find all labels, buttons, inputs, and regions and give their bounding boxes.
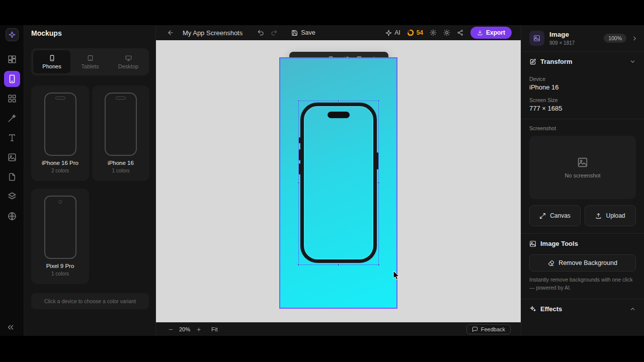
device-card-iphone-16[interactable]: iPhone 16 1 colors xyxy=(92,85,149,181)
save-label: Save xyxy=(301,29,315,36)
sparkle-icon xyxy=(385,30,392,36)
bottom-bar: − 20% + Fit Feedback xyxy=(156,322,521,336)
phone-mockup[interactable] xyxy=(300,103,377,263)
credits-value: 54 xyxy=(417,29,423,36)
device-notch xyxy=(116,97,126,100)
sidebar-item-dashboard[interactable] xyxy=(4,51,20,67)
collapse-transform-button[interactable] xyxy=(629,58,636,65)
remove-background-button[interactable]: Remove Background xyxy=(529,254,636,272)
zoom-out-button[interactable]: − xyxy=(166,325,175,333)
theme-toggle-button[interactable] xyxy=(443,29,450,36)
export-button[interactable]: Export xyxy=(470,27,512,39)
screenshot-placeholder[interactable]: No screenshot xyxy=(529,136,636,199)
back-icon xyxy=(167,29,174,36)
zoom-in-button[interactable]: + xyxy=(194,325,203,333)
device-notch xyxy=(55,97,65,100)
tab-tablets[interactable]: Tablets xyxy=(71,50,109,73)
volume-up-button xyxy=(299,149,300,160)
upload-icon xyxy=(595,213,602,219)
dynamic-island xyxy=(328,112,350,118)
selection-handle[interactable] xyxy=(297,263,300,266)
sidebar-item-globe[interactable] xyxy=(4,208,20,224)
fit-button[interactable]: Fit xyxy=(211,326,218,332)
device-name: iPhone 16 Pro xyxy=(42,160,78,166)
device-card-iphone-16-pro[interactable]: iPhone 16 Pro 2 colors xyxy=(31,85,89,181)
zoom-level[interactable]: 20% xyxy=(175,326,194,332)
no-image-icon xyxy=(577,157,588,168)
logo-spark-icon xyxy=(9,31,16,38)
sidebar-item-magic[interactable] xyxy=(4,110,20,126)
icon-rail xyxy=(0,25,24,336)
feedback-button[interactable]: Feedback xyxy=(466,324,511,334)
chevron-down-icon xyxy=(629,58,636,65)
remove-background-label: Remove Background xyxy=(558,259,617,266)
pages-icon xyxy=(8,172,17,182)
selection-handle[interactable] xyxy=(297,182,300,184)
undo-icon xyxy=(257,29,264,36)
credits-indicator[interactable]: 54 xyxy=(407,29,423,36)
image-tools-label: Image Tools xyxy=(540,240,578,247)
sidebar-item-layers[interactable] xyxy=(4,189,20,205)
project-name[interactable]: My App Screenshots xyxy=(183,29,243,37)
app-logo[interactable] xyxy=(6,28,19,41)
effects-section-header[interactable]: Effects xyxy=(521,299,644,319)
gear-icon xyxy=(430,29,437,36)
selection-handle[interactable] xyxy=(377,263,380,266)
canvas-button[interactable]: Canvas xyxy=(529,205,581,226)
tab-desktop[interactable]: Desktop xyxy=(110,50,147,73)
upload-button[interactable]: Upload xyxy=(585,205,636,226)
download-icon xyxy=(477,30,483,36)
selection-handle[interactable] xyxy=(337,263,340,266)
eraser-icon xyxy=(548,260,554,266)
effects-label: Effects xyxy=(540,305,562,313)
transform-label: Transform xyxy=(540,58,573,65)
letterbox-top xyxy=(0,0,644,25)
redo-button[interactable] xyxy=(271,29,278,36)
tab-phones[interactable]: Phones xyxy=(33,50,70,73)
artboard[interactable] xyxy=(280,58,396,308)
device-card-pixel-9-pro[interactable]: Pixel 9 Pro 1 colors xyxy=(31,189,89,284)
text-tool-icon xyxy=(8,133,17,142)
settings-button[interactable] xyxy=(430,29,437,36)
mute-switch xyxy=(299,137,300,143)
sidebar-item-templates[interactable] xyxy=(4,90,20,107)
image-thumb xyxy=(529,31,544,46)
collapse-sidebar-button[interactable] xyxy=(6,323,15,332)
sidebar-item-images[interactable] xyxy=(4,149,20,165)
transform-section-header[interactable]: Transform xyxy=(521,52,644,71)
image-tools-section-header[interactable]: Image Tools xyxy=(521,234,644,253)
screen-size-field-label: Screen Size xyxy=(521,93,644,105)
power-button xyxy=(377,152,378,169)
selected-object-header: Image 909 × 1817 100% xyxy=(521,25,644,51)
monitor-icon xyxy=(125,55,132,61)
save-button[interactable]: Save xyxy=(291,29,315,36)
panel-title: Mockups xyxy=(31,29,62,37)
selection-handle[interactable] xyxy=(297,100,300,102)
sparkles-icon xyxy=(529,305,536,312)
canvas-area[interactable] xyxy=(156,40,521,322)
back-button[interactable] xyxy=(167,29,174,36)
upload-button-label: Upload xyxy=(606,212,625,219)
expand-header-button[interactable] xyxy=(631,35,638,42)
share-button[interactable] xyxy=(457,29,464,36)
selection-handle[interactable] xyxy=(377,100,380,102)
selection-handle[interactable] xyxy=(337,100,340,102)
scale-badge[interactable]: 100% xyxy=(604,34,626,43)
save-icon xyxy=(291,30,298,36)
sidebar-item-text[interactable] xyxy=(4,130,20,146)
screen-size-field-value: 777 × 1685 xyxy=(521,105,644,114)
sidebar-item-pages[interactable] xyxy=(4,169,20,185)
letterbox-bottom xyxy=(0,336,644,362)
chevron-right-icon xyxy=(631,35,638,42)
top-toolbar: My App Screenshots Save AI xyxy=(156,25,521,40)
collapse-effects-button[interactable] xyxy=(629,306,636,312)
redo-icon xyxy=(271,29,278,36)
sidebar-item-mockups[interactable] xyxy=(4,71,20,87)
magic-wand-icon xyxy=(8,114,17,123)
ai-button[interactable]: AI xyxy=(385,29,400,36)
credits-ring-icon xyxy=(407,29,414,36)
selection-handle[interactable] xyxy=(377,182,380,184)
undo-button[interactable] xyxy=(257,29,264,36)
color-variant-hint: Click a device to choose a color variant xyxy=(31,293,149,309)
device-field-value: iPhone 16 xyxy=(521,83,644,93)
